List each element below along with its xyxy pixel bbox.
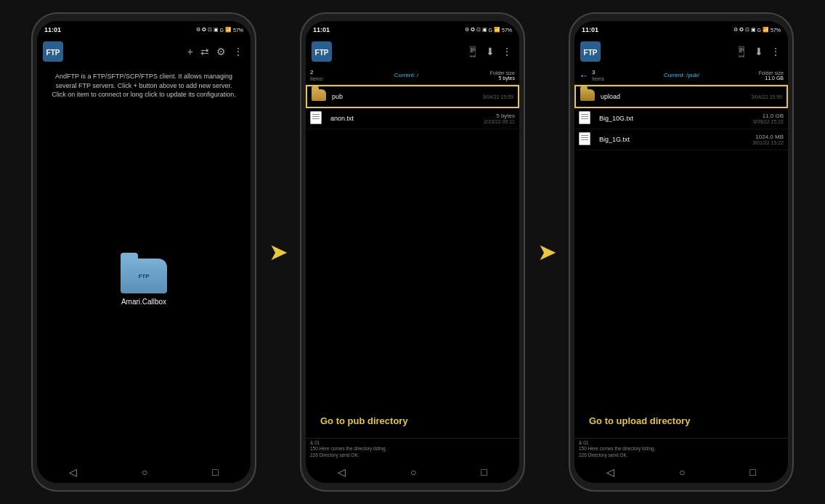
file-list-header-2: 2 Items Current: / Folder size 5 bytes <box>306 66 519 85</box>
file-name-big1g: Big_1G.txt <box>599 136 752 143</box>
file-list-3: upload 3/04/22 15:59 Big_10G.txt <box>574 85 788 404</box>
status-time-3: 11:01 <box>582 26 598 33</box>
ftp-server-item[interactable]: FTP Amari.Callbox <box>37 237 251 328</box>
ftp-label: FTP <box>138 273 149 280</box>
file-item-anon[interactable]: anon.txt 5 bytes 2/23/22 09:11 <box>306 108 519 129</box>
status-icons-2: ⚙ ✪ ⊡ ▣ G 📶 57% <box>465 27 512 33</box>
status-time-2: 11:01 <box>313 26 330 33</box>
file-meta-big10g: 11.0 GB 3/09/22 15:22 <box>752 113 784 124</box>
file-name-pub: pub <box>332 93 482 100</box>
recents-nav-btn-3[interactable]: □ <box>749 466 755 478</box>
phone-3: 11:01 ⚙ ✪ ⊡ ▣ G 📶 57% FTP <box>569 12 794 492</box>
cast-status-icon-2: ⊡ <box>476 27 481 33</box>
arrow-icon-1: ➤ <box>269 238 288 266</box>
home-nav-btn[interactable]: ○ <box>142 466 147 478</box>
more-icon-3[interactable]: ⋮ <box>769 44 782 59</box>
nav-bar-1: ◁ ○ □ <box>37 460 251 483</box>
phone-2-screen: 11:01 ⚙ ✪ ⊡ ▣ G 📶 57% FTP <box>306 21 519 483</box>
star-status-icon-3: ✪ <box>739 27 744 33</box>
file-name-big10g: Big_10G.txt <box>599 115 752 122</box>
status-icons-1: ⚙ ✪ ⊡ ▣ G 📶 57% <box>196 27 243 33</box>
recents-nav-btn[interactable]: □ <box>212 466 218 478</box>
file-icon-big1g <box>579 132 595 147</box>
app-toolbar-2: FTP 📱 ⬇ ⋮ <box>306 37 519 66</box>
file-meta-anon: 5 bytes 2/23/22 09:11 <box>484 113 515 124</box>
instruction-2: Go to pub directory <box>306 404 519 438</box>
more-icon-2[interactable]: ⋮ <box>500 44 513 59</box>
home-nav-btn-2[interactable]: ○ <box>410 466 416 478</box>
status-time-1: 11:01 <box>44 26 61 33</box>
file-list-2: pub 3/04/22 15:59 anon.txt 5 byt <box>306 85 519 404</box>
back-nav-btn-3[interactable]: ◁ <box>606 466 614 478</box>
status-log-2: & 01 150 Here comes the directory listin… <box>306 438 519 460</box>
settings-status-icon: ⚙ <box>196 27 200 33</box>
back-nav-btn-2[interactable]: ◁ <box>338 466 346 478</box>
app-toolbar-3: FTP 📱 ⬇ ⋮ <box>574 37 788 66</box>
nav-bar-3: ◁ ○ □ <box>574 460 788 483</box>
main-scene: 11:01 ⚙ ✪ ⊡ ▣ G 📶 57% FTP <box>0 0 825 504</box>
file-item-big1g[interactable]: Big_1G.txt 1024.0 MB 3/01/22 15:22 <box>574 129 788 150</box>
status-bar-1: 11:01 ⚙ ✪ ⊡ ▣ G 📶 57% <box>37 21 251 37</box>
status-bar-2: 11:01 ⚙ ✪ ⊡ ▣ G 📶 57% <box>306 21 519 37</box>
home-nav-btn-3[interactable]: ○ <box>679 466 685 478</box>
folder-size-2: Folder size 5 bytes <box>490 70 515 81</box>
file-meta-pub: 3/04/22 15:59 <box>482 94 513 99</box>
g-icon-2: G <box>489 28 492 33</box>
arrow-2: ➤ <box>525 238 569 266</box>
current-path-3: Current: /pub/ <box>604 72 759 78</box>
battery-pct-3: 57% <box>771 28 781 33</box>
status-log-3: & 01 150 Here comes the directory listin… <box>574 438 788 460</box>
settings-icon[interactable]: ⚙ <box>215 44 227 59</box>
add-button[interactable]: + <box>186 44 195 59</box>
nfc-status-icon: ▣ <box>214 27 219 33</box>
phone-icon-3[interactable]: 📱 <box>733 44 749 59</box>
instruction-3: Go to upload directory <box>574 404 788 438</box>
cast-status-icon: ⊡ <box>208 27 212 33</box>
transfer-icon[interactable]: ⇄ <box>199 44 211 59</box>
recents-nav-btn-2[interactable]: □ <box>481 466 487 478</box>
settings-status-icon-2: ⚙ <box>465 27 469 33</box>
phone-1-screen: 11:01 ⚙ ✪ ⊡ ▣ G 📶 57% FTP <box>37 21 251 483</box>
file-meta-upload: 3/04/22 15:59 <box>751 94 782 99</box>
file-count-2: 2 Items <box>310 69 322 82</box>
file-name-upload: upload <box>601 93 751 100</box>
phone-1-content: AndFTP is a FTP/SFTP/SCP/FTPS client. It… <box>37 66 251 460</box>
signal-icon-2: 📶 <box>494 27 500 33</box>
file-name-anon: anon.txt <box>330 115 484 122</box>
battery-pct-2: 57% <box>502 28 512 33</box>
phone-icon-2[interactable]: 📱 <box>465 44 480 59</box>
file-item-big10g[interactable]: Big_10G.txt 11.0 GB 3/09/22 15:22 <box>574 108 788 129</box>
arrow-icon-2: ➤ <box>537 238 557 266</box>
signal-status-icon: 📶 <box>225 27 232 33</box>
status-bar-3: 11:01 ⚙ ✪ ⊡ ▣ G 📶 57% <box>574 21 788 37</box>
arrow-1: ➤ <box>256 238 300 266</box>
file-list-header-3: ← 3 Items Current: /pub/ Folder size 11.… <box>574 66 788 85</box>
settings-status-icon-3: ⚙ <box>733 27 738 33</box>
g-icon-3: G <box>757 28 761 33</box>
svg-text:FTP: FTP <box>584 49 598 57</box>
back-nav-btn[interactable]: ◁ <box>69 466 77 478</box>
svg-text:FTP: FTP <box>46 49 60 57</box>
cast-status-icon-3: ⊡ <box>745 27 749 33</box>
nav-bar-2: ◁ ○ □ <box>306 460 519 483</box>
current-path-2: Current: / <box>322 72 490 78</box>
app-logo-1: FTP <box>43 41 63 62</box>
star-status-icon: ✪ <box>202 27 206 33</box>
file-item-pub[interactable]: pub 3/04/22 15:59 <box>306 85 519 108</box>
app-logo-3: FTP <box>580 41 601 62</box>
phone-1: 11:01 ⚙ ✪ ⊡ ▣ G 📶 57% FTP <box>31 12 256 492</box>
download-icon-3[interactable]: ⬇ <box>753 44 765 59</box>
back-arrow-btn[interactable]: ← <box>579 70 589 81</box>
file-icon-big10g <box>579 111 595 126</box>
signal-icon-3: 📶 <box>763 27 769 33</box>
more-icon[interactable]: ⋮ <box>232 44 245 59</box>
phone-2: 11:01 ⚙ ✪ ⊡ ▣ G 📶 57% FTP <box>300 12 525 492</box>
server-name: Amari.Callbox <box>121 298 166 306</box>
file-icon-anon <box>310 111 326 126</box>
star-status-icon-2: ✪ <box>471 27 475 33</box>
download-icon-2[interactable]: ⬇ <box>484 44 496 59</box>
welcome-text: AndFTP is a FTP/SFTP/SCP/FTPS client. It… <box>37 66 251 105</box>
phone-2-content: pub 3/04/22 15:59 anon.txt 5 byt <box>306 85 519 460</box>
file-item-upload[interactable]: upload 3/04/22 15:59 <box>574 85 788 108</box>
phone-3-screen: 11:01 ⚙ ✪ ⊡ ▣ G 📶 57% FTP <box>574 21 788 483</box>
